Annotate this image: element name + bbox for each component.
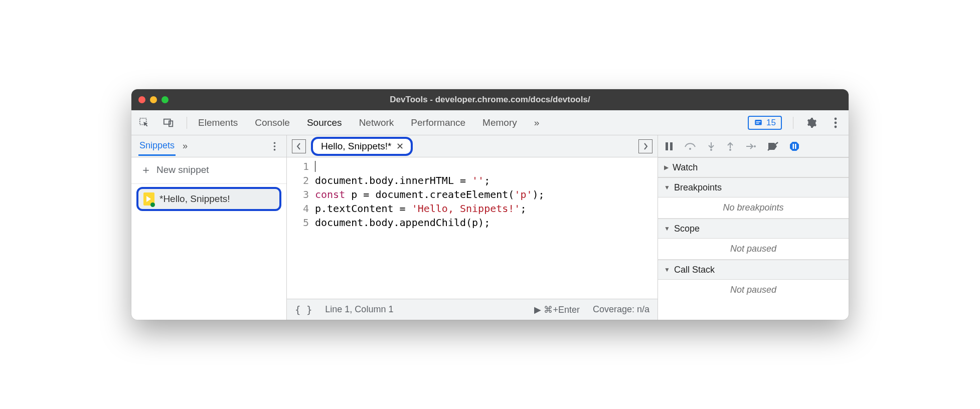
- cursor-position: Line 1, Column 1: [325, 304, 393, 315]
- issues-count: 15: [766, 118, 776, 128]
- separator: [187, 117, 187, 129]
- separator: [793, 117, 793, 129]
- devtools-window: DevTools - developer.chrome.com/docs/dev…: [131, 89, 849, 320]
- svg-rect-20: [793, 144, 794, 149]
- scope-empty: Not paused: [658, 239, 849, 260]
- navigator-more-icon[interactable]: [267, 139, 281, 153]
- breakpoints-empty: No breakpoints: [658, 197, 849, 219]
- section-watch[interactable]: ▶Watch: [658, 157, 849, 177]
- section-scope[interactable]: ▼Scope: [658, 219, 849, 239]
- editor-tabstrip: Hello, Snippets!* ✕: [287, 135, 658, 157]
- device-toggle-icon[interactable]: [161, 116, 176, 130]
- editor-tab[interactable]: Hello, Snippets!* ✕: [311, 137, 413, 156]
- titlebar: DevTools - developer.chrome.com/docs/dev…: [131, 89, 849, 110]
- new-snippet-label: New snippet: [156, 164, 209, 175]
- debugger-pane: ▶Watch ▼Breakpoints No breakpoints ▼Scop…: [658, 135, 849, 320]
- code-body[interactable]: document.body.innerHTML = ''; const p = …: [315, 159, 658, 299]
- tab-performance[interactable]: Performance: [411, 117, 465, 128]
- callstack-empty: Not paused: [658, 280, 849, 300]
- svg-point-16: [729, 149, 731, 151]
- step-over-icon[interactable]: [684, 142, 696, 151]
- step-into-icon[interactable]: [707, 141, 715, 151]
- svg-point-10: [273, 145, 275, 147]
- svg-point-7: [835, 121, 837, 124]
- inspect-icon[interactable]: [137, 116, 151, 130]
- svg-rect-12: [666, 142, 668, 150]
- main-toolbar: Elements Console Sources Network Perform…: [131, 110, 849, 135]
- settings-icon[interactable]: [804, 116, 819, 130]
- issues-counter[interactable]: 15: [748, 116, 782, 130]
- tab-console[interactable]: Console: [255, 117, 290, 128]
- svg-point-9: [273, 142, 275, 144]
- navigator-overflow[interactable]: »: [183, 141, 188, 151]
- svg-point-11: [273, 148, 275, 150]
- unsaved-indicator-icon: [150, 202, 155, 207]
- svg-rect-4: [756, 121, 761, 122]
- coverage-status: Coverage: n/a: [593, 304, 649, 315]
- editor-pane: Hello, Snippets!* ✕ 12345 document.body.…: [287, 135, 658, 320]
- debugger-toolbar: [658, 135, 849, 157]
- tab-elements[interactable]: Elements: [198, 117, 238, 128]
- svg-point-8: [835, 125, 837, 128]
- tab-snippets[interactable]: Snippets: [138, 136, 176, 156]
- svg-point-6: [835, 117, 837, 120]
- plus-icon: ＋: [140, 162, 151, 177]
- more-menu-icon[interactable]: [829, 116, 843, 130]
- svg-rect-21: [795, 144, 796, 149]
- section-callstack[interactable]: ▼Call Stack: [658, 260, 849, 280]
- navigator-pane: Snippets » ＋ New snippet *Hello, Snippet…: [131, 135, 287, 320]
- new-snippet-button[interactable]: ＋ New snippet: [131, 157, 286, 184]
- deactivate-breakpoints-icon[interactable]: [767, 142, 778, 151]
- code-editor[interactable]: 12345 document.body.innerHTML = ''; cons…: [287, 157, 658, 299]
- line-gutter: 12345: [287, 159, 315, 299]
- collapse-icon: ▼: [664, 184, 670, 191]
- tab-memory[interactable]: Memory: [482, 117, 517, 128]
- pause-resume-icon[interactable]: [665, 142, 673, 151]
- collapse-icon: ▼: [664, 266, 670, 273]
- snippet-name: *Hello, Snippets!: [159, 193, 230, 204]
- snippet-item[interactable]: *Hello, Snippets!: [136, 187, 281, 211]
- editor-tab-label: Hello, Snippets!*: [321, 141, 391, 152]
- svg-point-14: [689, 148, 691, 150]
- panes: Snippets » ＋ New snippet *Hello, Snippet…: [131, 135, 849, 320]
- collapse-icon: ▼: [664, 225, 670, 232]
- svg-rect-13: [670, 142, 673, 150]
- nav-back-icon[interactable]: [292, 139, 306, 153]
- panel-tabs: Elements Console Sources Network Perform…: [198, 117, 539, 128]
- editor-statusbar: { } Line 1, Column 1 ▶ ⌘+Enter Coverage:…: [287, 299, 658, 320]
- nav-forward-icon[interactable]: [638, 139, 652, 153]
- pause-exceptions-icon[interactable]: [789, 141, 799, 151]
- tab-sources[interactable]: Sources: [307, 117, 342, 128]
- panel-overflow[interactable]: »: [534, 117, 540, 128]
- expand-icon: ▶: [664, 164, 669, 171]
- window-title: DevTools - developer.chrome.com/docs/dev…: [131, 95, 849, 105]
- svg-point-15: [710, 149, 712, 151]
- run-snippet-button[interactable]: ▶ ⌘+Enter: [534, 304, 580, 315]
- navigator-tabs: Snippets »: [131, 135, 286, 157]
- svg-marker-19: [790, 142, 799, 151]
- step-out-icon[interactable]: [726, 141, 734, 151]
- tab-network[interactable]: Network: [359, 117, 394, 128]
- svg-rect-5: [756, 123, 759, 124]
- section-breakpoints[interactable]: ▼Breakpoints: [658, 177, 849, 197]
- step-icon[interactable]: [745, 142, 756, 150]
- pretty-print-icon[interactable]: { }: [295, 304, 312, 315]
- svg-point-17: [754, 145, 756, 147]
- close-tab-icon[interactable]: ✕: [396, 141, 404, 152]
- svg-rect-3: [755, 120, 762, 125]
- text-cursor: [315, 161, 315, 172]
